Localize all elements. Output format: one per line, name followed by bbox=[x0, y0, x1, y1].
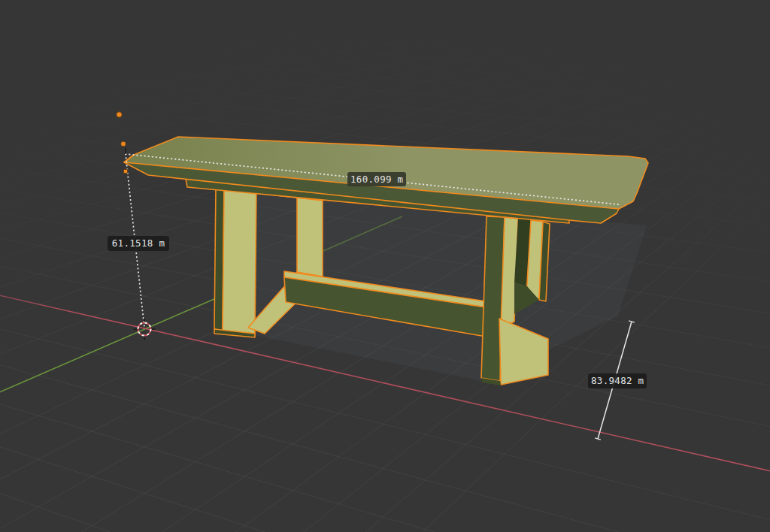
measurement-label-height: 61.1518 m bbox=[108, 236, 169, 251]
3d-cursor bbox=[134, 319, 156, 340]
measure-handle-square[interactable] bbox=[124, 170, 128, 174]
ruler-handle-upper[interactable] bbox=[117, 112, 123, 118]
scene-layer bbox=[0, 0, 770, 532]
3d-viewport[interactable]: 160.099 m 61.1518 m 83.9482 m bbox=[0, 0, 770, 532]
ruler-handle-lower[interactable] bbox=[120, 141, 126, 147]
measurement-label-edge-length: 160.099 m bbox=[347, 172, 406, 186]
table-part-left-near-post-side[interactable] bbox=[223, 187, 256, 334]
measurement-label-ground-distance: 83.9482 m bbox=[588, 373, 647, 388]
table-part-left-far-post[interactable] bbox=[297, 196, 323, 279]
